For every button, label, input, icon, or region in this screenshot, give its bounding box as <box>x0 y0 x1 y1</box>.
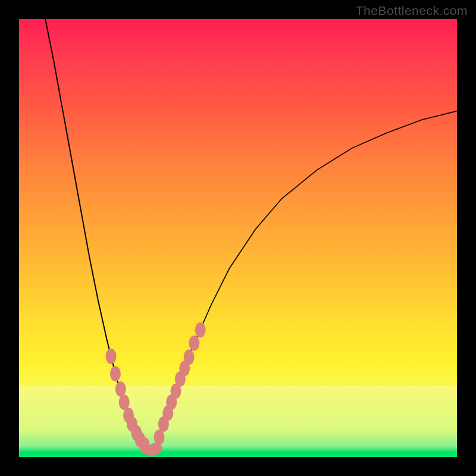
chart-frame: TheBottleneck.com <box>0 0 476 476</box>
left-curve <box>45 19 151 452</box>
right-curve <box>151 111 457 452</box>
watermark-text: TheBottleneck.com <box>356 4 468 18</box>
curves-layer <box>19 19 457 457</box>
bead <box>184 349 195 365</box>
bead <box>195 322 206 338</box>
bead <box>189 336 199 351</box>
bead <box>110 366 121 381</box>
bead <box>154 430 165 445</box>
beads-group <box>106 322 206 456</box>
bead <box>119 394 130 410</box>
bead <box>106 349 117 364</box>
